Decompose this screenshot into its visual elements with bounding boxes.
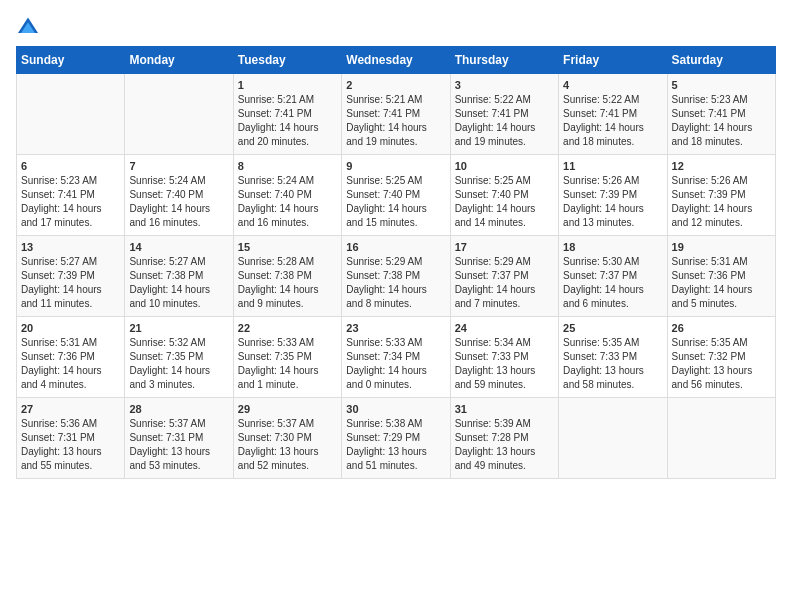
- calendar-table: SundayMondayTuesdayWednesdayThursdayFrid…: [16, 46, 776, 479]
- calendar-cell: 27Sunrise: 5:36 AM Sunset: 7:31 PM Dayli…: [17, 398, 125, 479]
- calendar-cell: 16Sunrise: 5:29 AM Sunset: 7:38 PM Dayli…: [342, 236, 450, 317]
- day-content: Sunrise: 5:35 AM Sunset: 7:32 PM Dayligh…: [672, 336, 771, 392]
- day-number: 14: [129, 241, 228, 253]
- calendar-cell: 8Sunrise: 5:24 AM Sunset: 7:40 PM Daylig…: [233, 155, 341, 236]
- day-number: 19: [672, 241, 771, 253]
- day-number: 18: [563, 241, 662, 253]
- calendar-cell: 7Sunrise: 5:24 AM Sunset: 7:40 PM Daylig…: [125, 155, 233, 236]
- day-content: Sunrise: 5:29 AM Sunset: 7:37 PM Dayligh…: [455, 255, 554, 311]
- day-number: 1: [238, 79, 337, 91]
- calendar-cell: 13Sunrise: 5:27 AM Sunset: 7:39 PM Dayli…: [17, 236, 125, 317]
- day-number: 10: [455, 160, 554, 172]
- day-content: Sunrise: 5:39 AM Sunset: 7:28 PM Dayligh…: [455, 417, 554, 473]
- calendar-cell: 21Sunrise: 5:32 AM Sunset: 7:35 PM Dayli…: [125, 317, 233, 398]
- day-number: 22: [238, 322, 337, 334]
- day-number: 3: [455, 79, 554, 91]
- day-number: 23: [346, 322, 445, 334]
- calendar-cell: 22Sunrise: 5:33 AM Sunset: 7:35 PM Dayli…: [233, 317, 341, 398]
- logo: [16, 16, 44, 36]
- day-number: 7: [129, 160, 228, 172]
- day-content: Sunrise: 5:22 AM Sunset: 7:41 PM Dayligh…: [563, 93, 662, 149]
- day-number: 15: [238, 241, 337, 253]
- day-number: 20: [21, 322, 120, 334]
- calendar-cell: 20Sunrise: 5:31 AM Sunset: 7:36 PM Dayli…: [17, 317, 125, 398]
- day-number: 17: [455, 241, 554, 253]
- calendar-cell: 4Sunrise: 5:22 AM Sunset: 7:41 PM Daylig…: [559, 74, 667, 155]
- calendar-week-row: 6Sunrise: 5:23 AM Sunset: 7:41 PM Daylig…: [17, 155, 776, 236]
- calendar-cell: [559, 398, 667, 479]
- page-header: [16, 16, 776, 36]
- calendar-cell: 31Sunrise: 5:39 AM Sunset: 7:28 PM Dayli…: [450, 398, 558, 479]
- calendar-cell: 23Sunrise: 5:33 AM Sunset: 7:34 PM Dayli…: [342, 317, 450, 398]
- calendar-cell: [125, 74, 233, 155]
- calendar-cell: 2Sunrise: 5:21 AM Sunset: 7:41 PM Daylig…: [342, 74, 450, 155]
- day-content: Sunrise: 5:24 AM Sunset: 7:40 PM Dayligh…: [129, 174, 228, 230]
- day-number: 25: [563, 322, 662, 334]
- day-number: 5: [672, 79, 771, 91]
- day-of-week-header: Thursday: [450, 47, 558, 74]
- day-content: Sunrise: 5:37 AM Sunset: 7:31 PM Dayligh…: [129, 417, 228, 473]
- day-content: Sunrise: 5:27 AM Sunset: 7:39 PM Dayligh…: [21, 255, 120, 311]
- day-content: Sunrise: 5:38 AM Sunset: 7:29 PM Dayligh…: [346, 417, 445, 473]
- day-number: 24: [455, 322, 554, 334]
- day-number: 8: [238, 160, 337, 172]
- calendar-header-row: SundayMondayTuesdayWednesdayThursdayFrid…: [17, 47, 776, 74]
- day-content: Sunrise: 5:26 AM Sunset: 7:39 PM Dayligh…: [672, 174, 771, 230]
- day-content: Sunrise: 5:26 AM Sunset: 7:39 PM Dayligh…: [563, 174, 662, 230]
- calendar-cell: 26Sunrise: 5:35 AM Sunset: 7:32 PM Dayli…: [667, 317, 775, 398]
- calendar-cell: 25Sunrise: 5:35 AM Sunset: 7:33 PM Dayli…: [559, 317, 667, 398]
- calendar-cell: 1Sunrise: 5:21 AM Sunset: 7:41 PM Daylig…: [233, 74, 341, 155]
- day-content: Sunrise: 5:31 AM Sunset: 7:36 PM Dayligh…: [672, 255, 771, 311]
- calendar-cell: 15Sunrise: 5:28 AM Sunset: 7:38 PM Dayli…: [233, 236, 341, 317]
- day-content: Sunrise: 5:22 AM Sunset: 7:41 PM Dayligh…: [455, 93, 554, 149]
- day-number: 31: [455, 403, 554, 415]
- calendar-cell: 14Sunrise: 5:27 AM Sunset: 7:38 PM Dayli…: [125, 236, 233, 317]
- day-content: Sunrise: 5:21 AM Sunset: 7:41 PM Dayligh…: [346, 93, 445, 149]
- day-content: Sunrise: 5:24 AM Sunset: 7:40 PM Dayligh…: [238, 174, 337, 230]
- day-number: 30: [346, 403, 445, 415]
- logo-icon: [16, 16, 40, 36]
- calendar-cell: 28Sunrise: 5:37 AM Sunset: 7:31 PM Dayli…: [125, 398, 233, 479]
- day-content: Sunrise: 5:23 AM Sunset: 7:41 PM Dayligh…: [672, 93, 771, 149]
- day-content: Sunrise: 5:30 AM Sunset: 7:37 PM Dayligh…: [563, 255, 662, 311]
- calendar-cell: [667, 398, 775, 479]
- calendar-cell: 12Sunrise: 5:26 AM Sunset: 7:39 PM Dayli…: [667, 155, 775, 236]
- day-number: 2: [346, 79, 445, 91]
- day-number: 27: [21, 403, 120, 415]
- calendar-cell: 10Sunrise: 5:25 AM Sunset: 7:40 PM Dayli…: [450, 155, 558, 236]
- calendar-cell: 17Sunrise: 5:29 AM Sunset: 7:37 PM Dayli…: [450, 236, 558, 317]
- day-content: Sunrise: 5:25 AM Sunset: 7:40 PM Dayligh…: [346, 174, 445, 230]
- calendar-week-row: 20Sunrise: 5:31 AM Sunset: 7:36 PM Dayli…: [17, 317, 776, 398]
- calendar-cell: 18Sunrise: 5:30 AM Sunset: 7:37 PM Dayli…: [559, 236, 667, 317]
- calendar-week-row: 27Sunrise: 5:36 AM Sunset: 7:31 PM Dayli…: [17, 398, 776, 479]
- day-content: Sunrise: 5:21 AM Sunset: 7:41 PM Dayligh…: [238, 93, 337, 149]
- day-content: Sunrise: 5:29 AM Sunset: 7:38 PM Dayligh…: [346, 255, 445, 311]
- day-of-week-header: Sunday: [17, 47, 125, 74]
- day-content: Sunrise: 5:33 AM Sunset: 7:35 PM Dayligh…: [238, 336, 337, 392]
- day-number: 16: [346, 241, 445, 253]
- calendar-cell: 24Sunrise: 5:34 AM Sunset: 7:33 PM Dayli…: [450, 317, 558, 398]
- calendar-cell: 5Sunrise: 5:23 AM Sunset: 7:41 PM Daylig…: [667, 74, 775, 155]
- calendar-cell: 11Sunrise: 5:26 AM Sunset: 7:39 PM Dayli…: [559, 155, 667, 236]
- day-number: 21: [129, 322, 228, 334]
- calendar-week-row: 13Sunrise: 5:27 AM Sunset: 7:39 PM Dayli…: [17, 236, 776, 317]
- day-number: 6: [21, 160, 120, 172]
- day-number: 26: [672, 322, 771, 334]
- calendar-cell: 30Sunrise: 5:38 AM Sunset: 7:29 PM Dayli…: [342, 398, 450, 479]
- day-content: Sunrise: 5:32 AM Sunset: 7:35 PM Dayligh…: [129, 336, 228, 392]
- day-of-week-header: Saturday: [667, 47, 775, 74]
- calendar-cell: 3Sunrise: 5:22 AM Sunset: 7:41 PM Daylig…: [450, 74, 558, 155]
- day-number: 11: [563, 160, 662, 172]
- day-content: Sunrise: 5:28 AM Sunset: 7:38 PM Dayligh…: [238, 255, 337, 311]
- day-number: 28: [129, 403, 228, 415]
- day-content: Sunrise: 5:36 AM Sunset: 7:31 PM Dayligh…: [21, 417, 120, 473]
- calendar-week-row: 1Sunrise: 5:21 AM Sunset: 7:41 PM Daylig…: [17, 74, 776, 155]
- day-of-week-header: Friday: [559, 47, 667, 74]
- calendar-cell: 19Sunrise: 5:31 AM Sunset: 7:36 PM Dayli…: [667, 236, 775, 317]
- day-number: 4: [563, 79, 662, 91]
- day-content: Sunrise: 5:25 AM Sunset: 7:40 PM Dayligh…: [455, 174, 554, 230]
- day-content: Sunrise: 5:34 AM Sunset: 7:33 PM Dayligh…: [455, 336, 554, 392]
- calendar-cell: [17, 74, 125, 155]
- day-of-week-header: Tuesday: [233, 47, 341, 74]
- day-content: Sunrise: 5:33 AM Sunset: 7:34 PM Dayligh…: [346, 336, 445, 392]
